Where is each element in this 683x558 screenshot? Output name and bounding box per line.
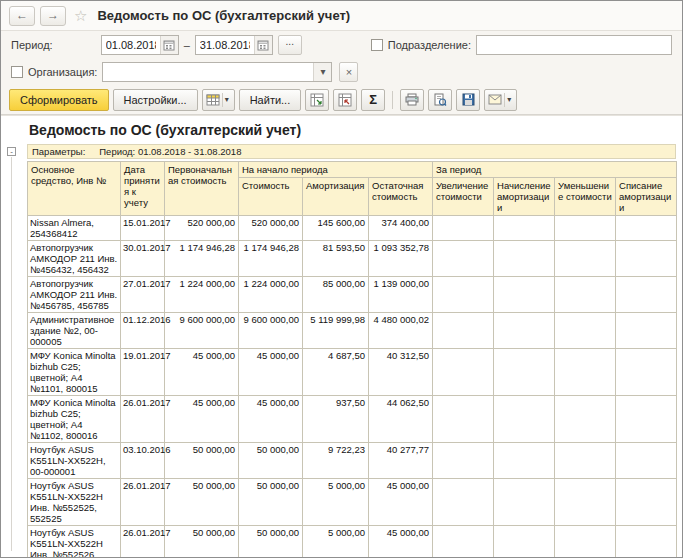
cell-decrease[interactable] xyxy=(555,241,616,277)
cell-amort[interactable]: 5 119 999,98 xyxy=(303,313,369,349)
cell-date[interactable]: 26.01.2017 xyxy=(121,526,165,558)
organization-clear-button[interactable]: × xyxy=(339,62,358,82)
settings-button[interactable]: Настройки... xyxy=(113,89,198,111)
cell-amort[interactable]: 9 722,23 xyxy=(303,443,369,479)
cell-amort[interactable]: 81 593,50 xyxy=(303,241,369,277)
cell-date[interactable]: 26.01.2017 xyxy=(121,396,165,443)
cell-increase[interactable] xyxy=(433,216,494,241)
cell-date[interactable]: 30.01.2017 xyxy=(121,241,165,277)
cell-writeoff[interactable] xyxy=(616,241,677,277)
cell-name[interactable]: МФУ Konica Minolta bizhub C25; цветной; … xyxy=(28,349,121,396)
cell-writeoff[interactable] xyxy=(616,443,677,479)
cell-accrual[interactable] xyxy=(494,396,555,443)
organization-input[interactable] xyxy=(103,63,313,81)
cell-increase[interactable] xyxy=(433,479,494,526)
cell-decrease[interactable] xyxy=(555,526,616,558)
cell-initial[interactable]: 50 000,00 xyxy=(165,443,239,479)
cell-increase[interactable] xyxy=(433,396,494,443)
cell-accrual[interactable] xyxy=(494,241,555,277)
cell-date[interactable]: 26.01.2017 xyxy=(121,479,165,526)
col-group-for-period[interactable]: За период xyxy=(433,162,677,178)
cell-residual[interactable]: 1 093 352,78 xyxy=(369,241,433,277)
cell-cost[interactable]: 9 600 000,00 xyxy=(239,313,303,349)
cell-decrease[interactable] xyxy=(555,216,616,241)
cell-writeoff[interactable] xyxy=(616,526,677,558)
save-button[interactable] xyxy=(456,89,480,111)
cell-name[interactable]: МФУ Konica Minolta bizhub C25; цветной; … xyxy=(28,396,121,443)
cell-increase[interactable] xyxy=(433,349,494,396)
table-row[interactable]: Административное здание №2, 00-00000501.… xyxy=(28,313,677,349)
cell-name[interactable]: Ноутбук ASUS K551LN-XX522H, 00-000001 xyxy=(28,443,121,479)
generate-button[interactable]: Сформировать xyxy=(9,89,109,111)
cell-initial[interactable]: 45 000,00 xyxy=(165,349,239,396)
period-options-button[interactable]: ... xyxy=(278,35,302,55)
table-row[interactable]: Автопогрузчик АМКОДОР 211 Инв. №456432, … xyxy=(28,241,677,277)
cell-decrease[interactable] xyxy=(555,479,616,526)
cell-writeoff[interactable] xyxy=(616,277,677,313)
cell-name[interactable]: Ноутбук ASUS K551LN-XX522H Инв. №552525,… xyxy=(28,479,121,526)
col-writeoff[interactable]: Списание амортизации xyxy=(616,178,677,216)
cell-initial[interactable]: 9 600 000,00 xyxy=(165,313,239,349)
col-accrual[interactable]: Начисление амортизации xyxy=(494,178,555,216)
table-row[interactable]: МФУ Konica Minolta bizhub C25; цветной; … xyxy=(28,349,677,396)
cell-writeoff[interactable] xyxy=(616,313,677,349)
table-row[interactable]: Ноутбук ASUS K551LN-XX522H, 00-00000103.… xyxy=(28,443,677,479)
col-amortization[interactable]: Амортизация xyxy=(303,178,369,216)
cell-residual[interactable]: 1 139 000,00 xyxy=(369,277,433,313)
cell-date[interactable]: 19.01.2017 xyxy=(121,349,165,396)
find-button[interactable]: Найти... xyxy=(239,89,302,111)
cell-name[interactable]: Nissan Almera, 254368412 xyxy=(28,216,121,241)
cell-amort[interactable]: 5 000,00 xyxy=(303,526,369,558)
col-decrease[interactable]: Уменьшение стоимости xyxy=(555,178,616,216)
cell-cost[interactable]: 45 000,00 xyxy=(239,396,303,443)
table-row[interactable]: МФУ Konica Minolta bizhub C25; цветной; … xyxy=(28,396,677,443)
send-email-button[interactable]: ▾ xyxy=(484,89,517,111)
organization-dropdown-button[interactable]: ▾ xyxy=(313,63,331,81)
group-collapse-toggle[interactable]: - xyxy=(7,147,16,156)
cell-residual[interactable]: 45 000,00 xyxy=(369,526,433,558)
cell-name[interactable]: Автопогрузчик АМКОДОР 211 Инв. №456432, … xyxy=(28,241,121,277)
cell-amort[interactable]: 85 000,00 xyxy=(303,277,369,313)
back-button[interactable]: ← xyxy=(9,6,35,26)
cell-writeoff[interactable] xyxy=(616,396,677,443)
cell-date[interactable]: 27.01.2017 xyxy=(121,277,165,313)
cell-accrual[interactable] xyxy=(494,277,555,313)
col-cost[interactable]: Стоимость xyxy=(239,178,303,216)
col-asset[interactable]: Основное средство, Инв № xyxy=(28,162,121,216)
cell-residual[interactable]: 4 480 000,02 xyxy=(369,313,433,349)
cell-cost[interactable]: 1 174 946,28 xyxy=(239,241,303,277)
cell-decrease[interactable] xyxy=(555,443,616,479)
cell-accrual[interactable] xyxy=(494,313,555,349)
cell-residual[interactable]: 40 312,50 xyxy=(369,349,433,396)
cell-date[interactable]: 01.12.2016 xyxy=(121,313,165,349)
cell-accrual[interactable] xyxy=(494,526,555,558)
cell-amort[interactable]: 5 000,00 xyxy=(303,479,369,526)
cell-name[interactable]: Автопогрузчик АМКОДОР 211 Инв. №456785, … xyxy=(28,277,121,313)
cell-decrease[interactable] xyxy=(555,349,616,396)
table-row[interactable]: Ноутбук ASUS K551LN-XX522H Инв. №552525,… xyxy=(28,479,677,526)
report-variants-button[interactable]: ▾ xyxy=(202,89,235,111)
favorite-star-icon[interactable]: ☆ xyxy=(74,7,87,25)
period-to-input[interactable] xyxy=(196,36,254,54)
cell-accrual[interactable] xyxy=(494,443,555,479)
cell-cost[interactable]: 50 000,00 xyxy=(239,526,303,558)
print-button[interactable] xyxy=(400,89,424,111)
cell-initial[interactable]: 50 000,00 xyxy=(165,479,239,526)
cell-decrease[interactable] xyxy=(555,396,616,443)
cell-initial[interactable]: 45 000,00 xyxy=(165,396,239,443)
cell-residual[interactable]: 45 000,00 xyxy=(369,479,433,526)
expand-groupings-button[interactable] xyxy=(305,89,329,111)
cell-cost[interactable]: 50 000,00 xyxy=(239,479,303,526)
cell-cost[interactable]: 50 000,00 xyxy=(239,443,303,479)
cell-decrease[interactable] xyxy=(555,313,616,349)
print-preview-button[interactable] xyxy=(428,89,452,111)
cell-residual[interactable]: 44 062,50 xyxy=(369,396,433,443)
subdivision-checkbox[interactable] xyxy=(371,39,383,51)
cell-writeoff[interactable] xyxy=(616,216,677,241)
col-increase[interactable]: Увеличение стоимости xyxy=(433,178,494,216)
cell-accrual[interactable] xyxy=(494,216,555,241)
cell-increase[interactable] xyxy=(433,277,494,313)
col-accept-date[interactable]: Дата принятия к учету xyxy=(121,162,165,216)
forward-button[interactable]: → xyxy=(40,6,66,26)
cell-increase[interactable] xyxy=(433,313,494,349)
